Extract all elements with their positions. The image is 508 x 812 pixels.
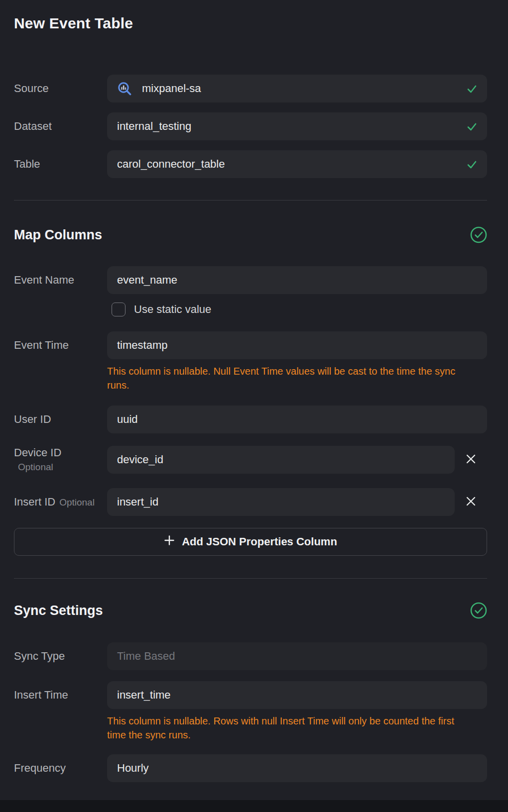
- insert-time-select[interactable]: insert_time: [107, 681, 487, 709]
- sync-type-label: Sync Type: [14, 650, 107, 663]
- x-icon: [466, 454, 476, 466]
- source-row: Source mixpanel-sa: [14, 75, 487, 102]
- user-id-value: uuid: [117, 413, 138, 426]
- frequency-select[interactable]: Hourly: [107, 754, 487, 782]
- device-id-value: device_id: [117, 453, 163, 466]
- frequency-value: Hourly: [117, 762, 149, 775]
- sync-settings-header: Sync Settings: [14, 602, 487, 619]
- event-name-row: Event Name event_name: [14, 266, 487, 294]
- use-static-value-label: Use static value: [134, 303, 211, 316]
- check-icon: [467, 84, 477, 94]
- use-static-value-checkbox[interactable]: [112, 303, 126, 316]
- mixpanel-source-icon: [117, 81, 132, 96]
- new-event-table-panel: New Event Table Source mixpanel-sa Datas…: [0, 0, 508, 782]
- event-name-select[interactable]: event_name: [107, 266, 487, 294]
- panel-bottom-edge: [0, 800, 508, 812]
- insert-time-warning-row: This column is nullable. Rows with null …: [14, 714, 487, 742]
- insert-time-value: insert_time: [117, 689, 171, 702]
- insert-id-row: Insert IDOptional insert_id: [14, 488, 487, 516]
- insert-id-label: Insert IDOptional: [14, 496, 107, 508]
- insert-time-warning: This column is nullable. Rows with null …: [107, 714, 487, 742]
- sync-settings-title: Sync Settings: [14, 603, 103, 618]
- source-group: Source mixpanel-sa Dataset internal_test…: [14, 75, 487, 178]
- section-complete-icon: [470, 602, 487, 619]
- insert-id-remove-button[interactable]: [455, 488, 487, 516]
- frequency-row: Frequency Hourly: [14, 754, 487, 782]
- event-name-label: Event Name: [14, 274, 107, 287]
- device-id-remove-button[interactable]: [455, 446, 487, 474]
- sync-type-row: Sync Type Time Based: [14, 642, 487, 670]
- insert-time-label: Insert Time: [14, 689, 107, 702]
- event-time-value: timestamp: [117, 339, 167, 352]
- event-name-value: event_name: [117, 274, 177, 287]
- map-columns-title: Map Columns: [14, 227, 102, 243]
- insert-id-select[interactable]: insert_id: [107, 488, 455, 516]
- add-json-properties-column-button[interactable]: Add JSON Properties Column: [14, 528, 487, 556]
- event-time-select[interactable]: timestamp: [107, 331, 487, 359]
- section-divider: [14, 578, 487, 579]
- dataset-select[interactable]: internal_testing: [107, 112, 487, 140]
- sync-type-value: Time Based: [117, 650, 175, 663]
- page-title: New Event Table: [14, 0, 487, 32]
- section-divider: [14, 200, 487, 201]
- static-value-row: Use static value: [14, 303, 487, 316]
- user-id-label: User ID: [14, 413, 107, 426]
- device-id-optional-label: Optional: [14, 462, 107, 473]
- device-id-label: Device ID Optional: [14, 446, 107, 473]
- device-id-row: Device ID Optional device_id: [14, 446, 487, 474]
- map-columns-header: Map Columns: [14, 226, 487, 243]
- sync-type-select: Time Based: [107, 642, 487, 670]
- plus-icon: [164, 535, 175, 549]
- table-row: Table carol_connector_table: [14, 150, 487, 178]
- section-complete-icon: [470, 226, 487, 243]
- source-label: Source: [14, 82, 107, 95]
- insert-id-optional-label: Optional: [59, 497, 95, 508]
- check-icon: [467, 121, 477, 132]
- dataset-row: Dataset internal_testing: [14, 112, 487, 140]
- insert-time-row: Insert Time insert_time: [14, 681, 487, 709]
- insert-id-value: insert_id: [117, 496, 158, 508]
- dataset-value: internal_testing: [117, 120, 191, 133]
- table-select[interactable]: carol_connector_table: [107, 150, 487, 178]
- frequency-label: Frequency: [14, 762, 107, 775]
- event-time-warning-row: This column is nullable. Null Event Time…: [14, 364, 487, 392]
- add-json-properties-column-label: Add JSON Properties Column: [182, 535, 337, 548]
- table-value: carol_connector_table: [117, 158, 225, 171]
- table-label: Table: [14, 158, 107, 171]
- x-icon: [466, 496, 476, 508]
- source-select[interactable]: mixpanel-sa: [107, 75, 487, 102]
- device-id-select[interactable]: device_id: [107, 446, 455, 474]
- event-time-warning: This column is nullable. Null Event Time…: [107, 364, 487, 392]
- event-time-row: Event Time timestamp: [14, 331, 487, 359]
- event-time-label: Event Time: [14, 339, 107, 352]
- user-id-select[interactable]: uuid: [107, 406, 487, 433]
- source-value: mixpanel-sa: [142, 82, 201, 95]
- check-icon: [467, 159, 477, 170]
- dataset-label: Dataset: [14, 120, 107, 133]
- user-id-row: User ID uuid: [14, 406, 487, 433]
